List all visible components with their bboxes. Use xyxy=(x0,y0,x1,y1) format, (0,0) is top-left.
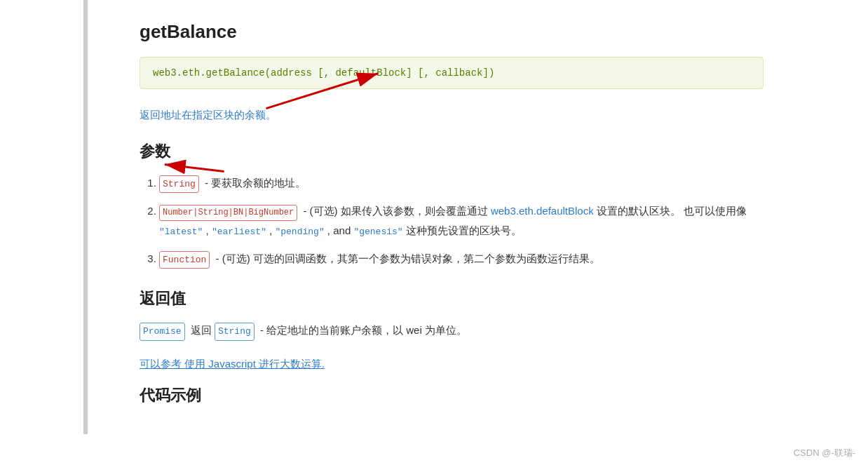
default-block-link[interactable]: web3.eth.defaultBlock xyxy=(491,205,594,217)
params-list: String - 要获取余额的地址。 Number|String|BN|BigN… xyxy=(140,173,764,269)
description-text: 返回地址在指定区块的余额。 xyxy=(140,106,764,124)
code-earliest: "earliest" xyxy=(212,227,266,237)
return-section-title: 返回值 xyxy=(140,288,764,309)
param-2-text-before: - (可选) 如果传入该参数，则会覆盖通过 xyxy=(303,205,491,217)
list-item: Number|String|BN|BigNumber - (可选) 如果传入该参… xyxy=(159,201,764,241)
code-genesis: "genesis" xyxy=(353,227,402,237)
param-1-text: - 要获取余额的地址。 xyxy=(205,177,306,189)
function-tag: Function xyxy=(159,251,210,269)
param-2-text-after: 设置的默认区块。 也可以使用像 xyxy=(597,205,747,217)
promise-tag: Promise xyxy=(140,323,185,340)
code-pending: "pending" xyxy=(275,227,324,237)
param-3-text: - (可选) 可选的回调函数，其第一个参数为错误对象，第二个参数为函数运行结果。 xyxy=(216,252,600,264)
string-return-tag: String xyxy=(215,323,255,340)
params-section-title: 参数 xyxy=(140,141,764,162)
return-line: Promise 返回 String - 给定地址的当前账户余额，以 wei 为单… xyxy=(140,321,764,340)
page-title: getBalance xyxy=(140,14,764,43)
list-item: Function - (可选) 可选的回调函数，其第一个参数为错误对象，第二个参… xyxy=(159,249,764,269)
return-text1: 返回 xyxy=(191,324,215,336)
param-2-and: , and xyxy=(327,224,354,236)
return-text2: - 给定地址的当前账户余额，以 wei 为单位。 xyxy=(260,324,467,336)
return-section: Promise 返回 String - 给定地址的当前账户余额，以 wei 为单… xyxy=(140,321,764,340)
param-2-text-end: 这种预先设置的区块号。 xyxy=(406,224,522,236)
reference-link[interactable]: 可以参考 使用 Javascript 进行大数运算. xyxy=(140,358,764,371)
code-signature: web3.eth.getBalance(address [, defaultBl… xyxy=(140,57,764,89)
code-example-title: 代码示例 xyxy=(140,385,764,406)
code-latest: "latest" xyxy=(159,227,203,237)
svg-line-3 xyxy=(165,164,224,171)
watermark: CSDN @-联瑞- xyxy=(794,447,855,459)
string-tag: String xyxy=(159,175,199,193)
number-string-bn-tag: Number|String|BN|BigNumber xyxy=(159,205,297,222)
list-item: String - 要获取余额的地址。 xyxy=(159,173,764,193)
